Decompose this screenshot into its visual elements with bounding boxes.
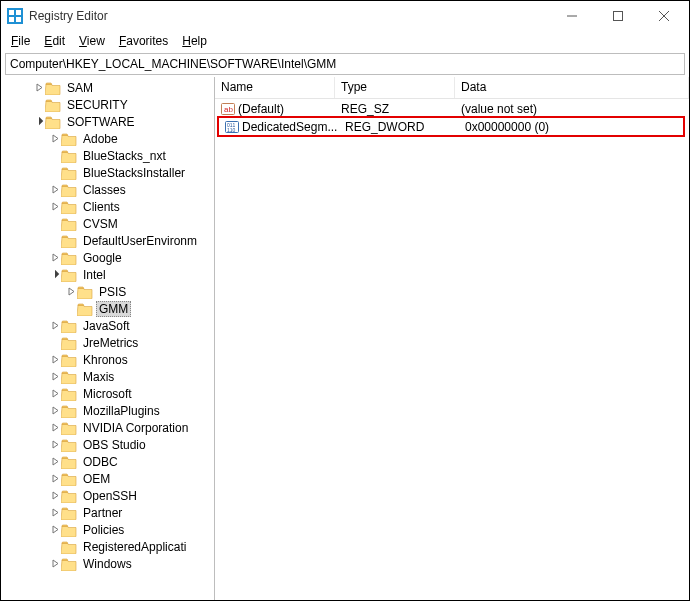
tree-label: Policies [80,523,127,537]
col-data[interactable]: Data [455,77,689,98]
tree-cvsm[interactable]: CVSM [1,215,214,232]
tree-mozillaplugins[interactable]: MozillaPlugins [1,402,214,419]
col-type[interactable]: Type [335,77,455,98]
svg-text:110: 110 [227,127,236,133]
expand-icon[interactable] [49,388,61,400]
menu-favorites[interactable]: Favorites [113,33,174,49]
tree-label: Microsoft [80,387,135,401]
tree-registeredapp[interactable]: RegisteredApplicati [1,538,214,555]
expand-icon[interactable] [65,286,77,298]
tree-microsoft[interactable]: Microsoft [1,385,214,402]
folder-icon [61,166,77,180]
tree-label: DefaultUserEnvironm [80,234,200,248]
col-name[interactable]: Name [215,77,335,98]
folder-icon [61,472,77,486]
expand-icon[interactable] [49,405,61,417]
expand-icon[interactable] [49,320,61,332]
expand-icon[interactable] [49,456,61,468]
folder-icon [61,268,77,282]
folder-icon [61,149,77,163]
expand-icon[interactable] [33,82,45,94]
value-type: REG_DWORD [339,120,459,134]
folder-icon [61,370,77,384]
expand-icon[interactable] [49,524,61,536]
collapse-icon[interactable] [33,116,45,128]
expand-icon[interactable] [49,201,61,213]
tree-label: Intel [80,268,109,282]
tree-maxis[interactable]: Maxis [1,368,214,385]
tree-intel[interactable]: Intel [1,266,214,283]
value-data: (value not set) [455,102,689,116]
expand-icon[interactable] [49,184,61,196]
window-title: Registry Editor [29,9,549,23]
tree-bluestacks-nxt[interactable]: BlueStacks_nxt [1,147,214,164]
values-pane[interactable]: Name Type Data ab (Default) REG_SZ (valu… [215,77,689,600]
tree-google[interactable]: Google [1,249,214,266]
tree-label: SAM [64,81,96,95]
maximize-button[interactable] [595,1,641,31]
tree-label: Windows [80,557,135,571]
menu-file[interactable]: File [5,33,36,49]
list-body: ab (Default) REG_SZ (value not set) 011 … [215,99,689,138]
tree-label: Maxis [80,370,117,384]
tree-psis[interactable]: PSIS [1,283,214,300]
menu-view[interactable]: View [73,33,111,49]
expand-icon[interactable] [49,133,61,145]
tree-nvidia[interactable]: NVIDIA Corporation [1,419,214,436]
tree-software[interactable]: SOFTWARE [1,113,214,130]
folder-icon [61,200,77,214]
value-row-dedicatedsegment[interactable]: 011 110 DedicatedSegm... REG_DWORD 0x000… [219,118,683,135]
expand-icon[interactable] [49,507,61,519]
folder-icon [61,183,77,197]
tree-classes[interactable]: Classes [1,181,214,198]
expand-icon[interactable] [49,558,61,570]
menu-edit[interactable]: Edit [38,33,71,49]
tree-openssh[interactable]: OpenSSH [1,487,214,504]
minimize-button[interactable] [549,1,595,31]
value-data: 0x00000000 (0) [459,120,683,134]
tree-defaultuserenv[interactable]: DefaultUserEnvironm [1,232,214,249]
value-row-default[interactable]: ab (Default) REG_SZ (value not set) [215,100,689,117]
expand-icon[interactable] [49,252,61,264]
tree-adobe[interactable]: Adobe [1,130,214,147]
tree-label: CVSM [80,217,121,231]
window-controls [549,1,687,31]
expand-icon[interactable] [49,490,61,502]
tree-label: Khronos [80,353,131,367]
tree-oem[interactable]: OEM [1,470,214,487]
tree-jremetrics[interactable]: JreMetrics [1,334,214,351]
svg-text:ab: ab [224,105,233,114]
address-text: Computer\HKEY_LOCAL_MACHINE\SOFTWARE\Int… [10,57,336,71]
close-button[interactable] [641,1,687,31]
tree-odbc[interactable]: ODBC [1,453,214,470]
value-name: (Default) [238,102,284,116]
tree-obs[interactable]: OBS Studio [1,436,214,453]
app-icon [7,8,23,24]
tree-bluestacksinstaller[interactable]: BlueStacksInstaller [1,164,214,181]
tree-policies[interactable]: Policies [1,521,214,538]
tree-javasoft[interactable]: JavaSoft [1,317,214,334]
address-bar[interactable]: Computer\HKEY_LOCAL_MACHINE\SOFTWARE\Int… [5,53,685,75]
folder-icon [61,336,77,350]
tree-clients[interactable]: Clients [1,198,214,215]
expand-icon[interactable] [49,422,61,434]
tree-windows[interactable]: Windows [1,555,214,572]
tree-partner[interactable]: Partner [1,504,214,521]
tree-pane[interactable]: SAMSECURITYSOFTWAREAdobeBlueStacks_nxtBl… [1,77,215,600]
expand-icon[interactable] [49,354,61,366]
folder-icon [45,81,61,95]
folder-icon [61,523,77,537]
tree-khronos[interactable]: Khronos [1,351,214,368]
tree-label: Adobe [80,132,121,146]
expand-icon[interactable] [49,473,61,485]
tree-security[interactable]: SECURITY [1,96,214,113]
collapse-icon[interactable] [49,269,61,281]
expand-icon[interactable] [49,371,61,383]
tree-gmm[interactable]: GMM [1,300,214,317]
svg-rect-1 [9,10,14,15]
folder-icon [61,421,77,435]
menu-help[interactable]: Help [176,33,213,49]
tree-label: Classes [80,183,129,197]
tree-sam[interactable]: SAM [1,79,214,96]
expand-icon[interactable] [49,439,61,451]
